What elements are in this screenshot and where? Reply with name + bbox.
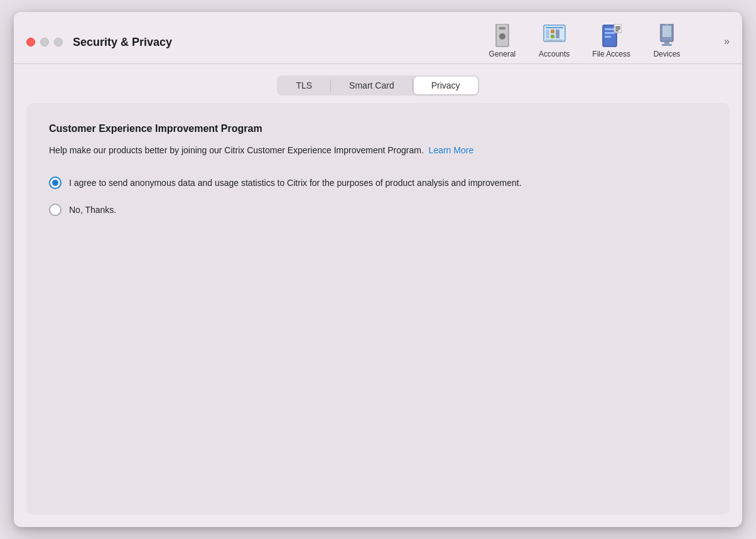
chevron-right-icon[interactable]: » bbox=[724, 36, 730, 47]
svg-rect-9 bbox=[546, 40, 563, 41]
radio-group: I agree to send anonymous data and usage… bbox=[49, 176, 707, 217]
tab-smart-card[interactable]: Smart Card bbox=[332, 77, 412, 94]
svg-rect-7 bbox=[551, 35, 554, 38]
titlebar: Security & Privacy General bbox=[14, 12, 742, 63]
tab-tls[interactable]: TLS bbox=[278, 77, 330, 94]
general-icon bbox=[491, 24, 514, 47]
learn-more-link[interactable]: Learn More bbox=[429, 145, 474, 155]
svg-rect-19 bbox=[662, 26, 671, 37]
radio-agree-label: I agree to send anonymous data and usage… bbox=[69, 176, 522, 190]
svg-rect-6 bbox=[551, 30, 554, 33]
svg-rect-12 bbox=[605, 32, 615, 34]
maximize-button[interactable] bbox=[54, 38, 63, 46]
close-button[interactable] bbox=[26, 38, 35, 46]
tabs-container: TLS Smart Card Privacy bbox=[14, 64, 742, 103]
svg-rect-20 bbox=[664, 41, 669, 44]
svg-rect-11 bbox=[605, 28, 615, 30]
svg-rect-4 bbox=[546, 27, 563, 28]
minimize-button[interactable] bbox=[40, 38, 49, 46]
radio-option-agree[interactable]: I agree to send anonymous data and usage… bbox=[49, 176, 707, 190]
toolbar: General Accounts bbox=[477, 21, 730, 63]
svg-rect-5 bbox=[546, 30, 549, 38]
radio-agree-inner bbox=[52, 180, 58, 186]
toolbar-item-devices[interactable]: Devices bbox=[642, 21, 692, 63]
radio-agree-input[interactable] bbox=[49, 177, 62, 189]
svg-rect-16 bbox=[615, 28, 620, 30]
tabs-group: TLS Smart Card Privacy bbox=[277, 75, 478, 95]
tab-divider-1 bbox=[330, 79, 331, 92]
devices-icon bbox=[656, 24, 678, 47]
file-access-icon bbox=[600, 24, 623, 47]
content-area: Customer Experience Improvement Program … bbox=[26, 103, 730, 514]
svg-rect-21 bbox=[662, 44, 672, 46]
accounts-icon bbox=[543, 24, 566, 47]
toolbar-item-accounts[interactable]: Accounts bbox=[527, 21, 581, 63]
radio-no-thanks-label: No, Thanks. bbox=[69, 203, 116, 217]
toolbar-label-file-access: File Access bbox=[592, 50, 630, 58]
tab-divider-2 bbox=[413, 79, 413, 92]
svg-rect-8 bbox=[556, 30, 559, 38]
toolbar-label-devices: Devices bbox=[654, 50, 681, 58]
description-text: Help make our products better by joining… bbox=[49, 145, 424, 155]
main-window: Security & Privacy General bbox=[14, 12, 742, 527]
toolbar-label-general: General bbox=[489, 50, 516, 58]
radio-option-no-thanks[interactable]: No, Thanks. bbox=[49, 203, 707, 217]
svg-rect-17 bbox=[615, 30, 618, 31]
svg-rect-13 bbox=[605, 36, 611, 38]
window-title: Security & Privacy bbox=[73, 36, 172, 49]
traffic-lights bbox=[26, 38, 63, 46]
toolbar-item-general[interactable]: General bbox=[477, 21, 527, 63]
svg-rect-1 bbox=[499, 27, 505, 30]
radio-no-thanks-input[interactable] bbox=[49, 204, 62, 216]
tab-privacy[interactable]: Privacy bbox=[414, 77, 478, 94]
section-title: Customer Experience Improvement Program bbox=[49, 123, 707, 134]
toolbar-item-file-access[interactable]: File Access bbox=[581, 21, 642, 63]
description: Help make our products better by joining… bbox=[49, 143, 707, 157]
toolbar-label-accounts: Accounts bbox=[539, 50, 570, 58]
svg-point-2 bbox=[499, 33, 505, 40]
svg-rect-23 bbox=[666, 24, 668, 24]
svg-rect-15 bbox=[615, 26, 620, 28]
